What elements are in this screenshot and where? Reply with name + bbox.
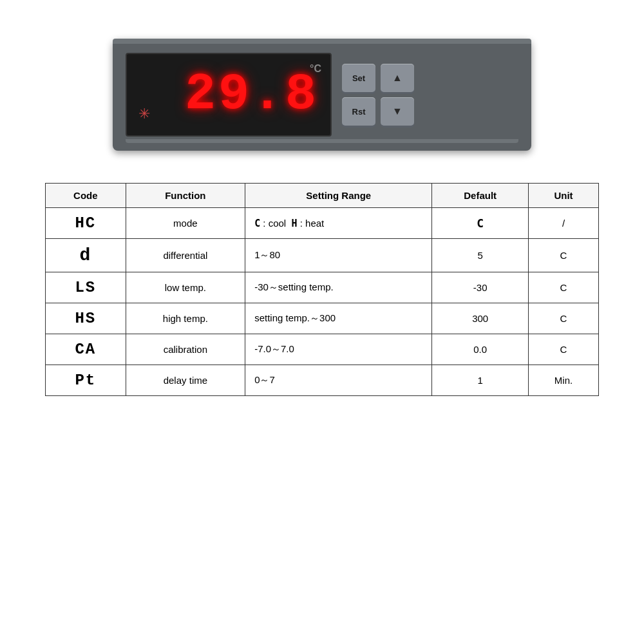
- controller-inner: ✳ 29.8 °C Set ▲ Rst ▼: [126, 53, 518, 137]
- up-button[interactable]: ▲: [381, 64, 414, 92]
- display-panel: ✳ 29.8 °C: [126, 53, 332, 137]
- table-row: CAcalibration-7.0～7.00.0C: [46, 334, 599, 365]
- col-header-setting-range: Setting Range: [245, 184, 432, 208]
- default-cell-5: 1: [432, 365, 529, 396]
- function-cell-2: low temp.: [126, 272, 245, 303]
- default-cell-2: -30: [432, 272, 529, 303]
- code-cell-2: LS: [46, 272, 126, 303]
- code-cell-4: CA: [46, 334, 126, 365]
- table-header-row: Code Function Setting Range Default Unit: [46, 184, 599, 208]
- code-cell-5: Pt: [46, 365, 126, 396]
- table-wrapper: Code Function Setting Range Default Unit…: [45, 183, 599, 396]
- setting-range-cell-5: 0～7: [245, 365, 432, 396]
- code-cell-0: HC: [46, 208, 126, 239]
- unit-cell-5: Min.: [528, 365, 598, 396]
- col-header-unit: Unit: [528, 184, 598, 208]
- function-cell-1: differential: [126, 239, 245, 272]
- unit-cell-1: C: [528, 239, 598, 272]
- snowflake-icon: ✳: [138, 106, 150, 122]
- setting-range-cell-0: C : cool H : heat: [245, 208, 432, 239]
- controller-wrapper: ✳ 29.8 °C Set ▲ Rst ▼: [113, 39, 531, 151]
- celsius-unit: °C: [310, 63, 321, 75]
- function-cell-5: delay time: [126, 365, 245, 396]
- table-row: Ptdelay time0～71Min.: [46, 365, 599, 396]
- function-cell-0: mode: [126, 208, 245, 239]
- setting-range-cell-1: 1～80: [245, 239, 432, 272]
- temperature-display: 29.8: [185, 69, 319, 120]
- setting-range-cell-4: -7.0～7.0: [245, 334, 432, 365]
- col-header-default: Default: [432, 184, 529, 208]
- unit-cell-3: C: [528, 303, 598, 334]
- default-cell-3: 300: [432, 303, 529, 334]
- col-header-code: Code: [46, 184, 126, 208]
- parameter-table: Code Function Setting Range Default Unit…: [45, 183, 599, 396]
- unit-cell-0: /: [528, 208, 598, 239]
- default-cell-0: C: [432, 208, 529, 239]
- setting-range-cell-2: -30～setting temp.: [245, 272, 432, 303]
- default-cell-4: 0.0: [432, 334, 529, 365]
- table-row: HShigh temp.setting temp.～300300C: [46, 303, 599, 334]
- code-cell-1: d: [46, 239, 126, 272]
- code-cell-3: HS: [46, 303, 126, 334]
- table-row: ddifferential1～805C: [46, 239, 599, 272]
- setting-range-cell-3: setting temp.～300: [245, 303, 432, 334]
- unit-cell-2: C: [528, 272, 598, 303]
- function-cell-3: high temp.: [126, 303, 245, 334]
- down-button[interactable]: ▼: [381, 97, 414, 126]
- rst-button[interactable]: Rst: [342, 97, 375, 126]
- col-header-function: Function: [126, 184, 245, 208]
- controller: ✳ 29.8 °C Set ▲ Rst ▼: [113, 39, 531, 151]
- table-row: HCmodeC : cool H : heatC/: [46, 208, 599, 239]
- buttons-area: Set ▲ Rst ▼: [342, 64, 414, 126]
- function-cell-4: calibration: [126, 334, 245, 365]
- set-button[interactable]: Set: [342, 64, 375, 92]
- table-row: LSlow temp.-30～setting temp.-30C: [46, 272, 599, 303]
- unit-cell-4: C: [528, 334, 598, 365]
- default-cell-1: 5: [432, 239, 529, 272]
